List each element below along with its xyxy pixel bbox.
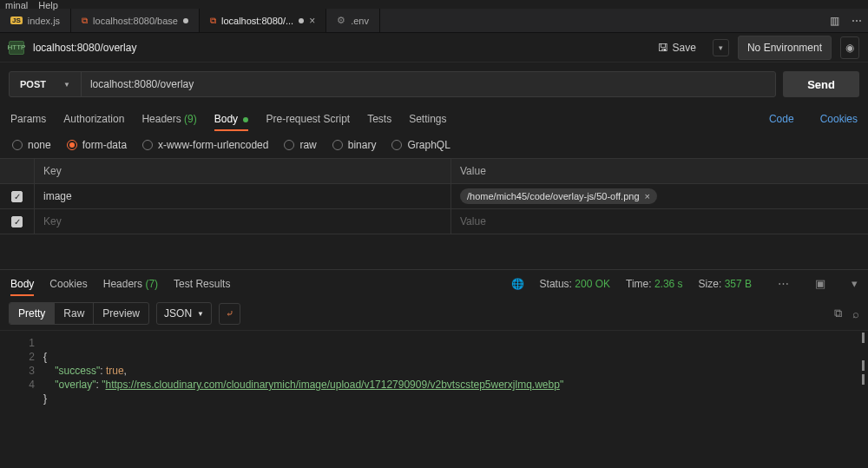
editor-tab-pm-base[interactable]: ⧉ localhost:8080/base	[71, 9, 200, 32]
editor-tab-pm-overlay[interactable]: ⧉ localhost:8080/... ×	[200, 9, 326, 32]
request-title: localhost:8080/overlay	[33, 42, 136, 54]
editor-tab-label: localhost:8080/...	[221, 16, 293, 26]
minimap-marker	[862, 374, 865, 385]
resp-tab-headers[interactable]: Headers (7)	[103, 272, 158, 296]
bodytype-urlencoded[interactable]: x-www-form-urlencoded	[142, 139, 268, 151]
save-label: Save	[673, 42, 696, 54]
size-meta: Size: 357 B	[699, 278, 752, 290]
resp-tab-cookies[interactable]: Cookies	[49, 272, 87, 296]
bodytype-raw[interactable]: raw	[284, 139, 316, 151]
formdata-table: Key Value ✓ image /home/mich45/code/over…	[0, 158, 868, 234]
tab-tests[interactable]: Tests	[367, 108, 391, 130]
row-key-input[interactable]: Key	[35, 209, 451, 234]
chevron-down-icon[interactable]: ▾	[852, 277, 858, 290]
tab-authorization[interactable]: Authorization	[63, 108, 124, 130]
tab-params[interactable]: Params	[10, 108, 46, 130]
save-button[interactable]: 🖫 Save	[650, 36, 704, 59]
resp-tab-body[interactable]: Body	[10, 272, 34, 296]
more-icon[interactable]: ⋯	[778, 277, 789, 290]
editor-tab-label: localhost:8080/base	[93, 16, 178, 26]
close-icon[interactable]: ×	[309, 15, 315, 27]
bodytype-formdata[interactable]: form-data	[67, 139, 127, 151]
environment-select[interactable]: No Environment	[738, 36, 832, 60]
chevron-down-icon: ▼	[63, 81, 70, 89]
remove-file-icon[interactable]: ×	[645, 191, 650, 201]
http-method-label: POST	[20, 79, 46, 89]
table-header-row: Key Value	[0, 159, 868, 184]
js-file-icon: JS	[10, 16, 23, 24]
bodytype-none[interactable]: none	[12, 139, 51, 151]
view-raw[interactable]: Raw	[55, 303, 94, 324]
modified-dot-icon	[299, 18, 304, 23]
minimap-marker	[862, 333, 865, 343]
file-chip[interactable]: /home/mich45/code/overlay-js/50-off.png …	[460, 188, 657, 204]
tab-headers[interactable]: Headers (9)	[141, 108, 196, 130]
modified-dot-icon	[183, 18, 188, 23]
wrap-lines-icon[interactable]: ⤶	[219, 303, 240, 325]
tab-body[interactable]: Body	[214, 108, 249, 130]
cookies-link[interactable]: Cookies	[820, 113, 858, 125]
bodytype-graphql[interactable]: GraphQL	[391, 139, 450, 151]
editor-tab-indexjs[interactable]: JS index.js	[0, 9, 71, 32]
chevron-down-icon: ▼	[197, 310, 204, 318]
save-icon: 🖫	[658, 42, 668, 54]
editor-tab-label: index.js	[28, 16, 60, 26]
row-enabled-checkbox[interactable]: ✓	[11, 216, 23, 227]
resp-headers-count: (7)	[145, 278, 158, 290]
tab-settings[interactable]: Settings	[409, 108, 446, 130]
request-url-row: POST ▼ Send	[0, 63, 868, 106]
http-method-select[interactable]: POST ▼	[10, 72, 82, 96]
request-header: HTTP localhost:8080/overlay 🖫 Save ▾ No …	[0, 33, 868, 63]
editor-tab-label: .env	[351, 16, 369, 26]
copy-icon[interactable]: ⧉	[834, 307, 842, 320]
bodytype-binary[interactable]: binary	[332, 139, 377, 151]
save-options-dropdown[interactable]: ▾	[713, 39, 729, 56]
row-value-input[interactable]: Value	[451, 215, 868, 227]
postman-tab-icon: ⧉	[210, 16, 216, 26]
gear-icon: ⚙	[337, 15, 345, 26]
resp-tab-tests[interactable]: Test Results	[174, 272, 230, 296]
headers-count: (9)	[184, 113, 197, 125]
response-code-area[interactable]: 1 2 3 4 { "success": true, "overlay": "h…	[0, 331, 868, 411]
table-row: ✓ image /home/mich45/code/overlay-js/50-…	[0, 184, 868, 209]
postman-tab-icon: ⧉	[82, 16, 88, 26]
response-bar: Body Cookies Headers (7) Test Results 🌐 …	[0, 269, 868, 297]
app-menubar: minal Help	[0, 0, 868, 9]
search-icon[interactable]: ⌕	[852, 307, 859, 320]
file-chip-label: /home/mich45/code/overlay-js/50-off.png	[467, 191, 640, 201]
editor-tab-env[interactable]: ⚙ .env	[326, 9, 380, 32]
environment-quicklook-icon[interactable]: ◉	[840, 36, 859, 59]
more-icon[interactable]: ⋯	[845, 9, 868, 32]
tab-body-label: Body	[214, 113, 238, 125]
column-header-key: Key	[35, 159, 451, 183]
split-editor-icon[interactable]: ▥	[823, 9, 845, 32]
status-meta: Status: 200 OK	[540, 278, 610, 290]
response-view-row: Pretty Raw Preview JSON ▼ ⤶ ⧉ ⌕	[0, 297, 868, 331]
view-preview[interactable]: Preview	[94, 303, 148, 324]
body-active-dot-icon	[243, 117, 248, 122]
table-row-empty: ✓ Key Value	[0, 209, 868, 234]
response-code: { "success": true, "overlay": "https://r…	[43, 336, 868, 405]
tab-prerequest[interactable]: Pre-request Script	[266, 108, 350, 130]
editor-tab-bar: JS index.js ⧉ localhost:8080/base ⧉ loca…	[0, 9, 868, 33]
time-meta: Time: 2.36 s	[626, 278, 683, 290]
body-type-row: none form-data x-www-form-urlencoded raw…	[0, 132, 868, 158]
save-response-icon[interactable]: ▣	[815, 277, 825, 290]
menu-item-terminal[interactable]: minal	[5, 0, 28, 9]
request-url-input[interactable]	[82, 72, 775, 96]
view-mode-segment: Pretty Raw Preview	[9, 302, 149, 325]
column-header-value: Value	[451, 165, 868, 177]
send-button[interactable]: Send	[783, 71, 859, 97]
method-url-group: POST ▼	[9, 71, 776, 97]
code-link[interactable]: Code	[769, 113, 794, 125]
response-lang-select[interactable]: JSON ▼	[156, 302, 212, 325]
request-section-tabs: Params Authorization Headers (9) Body Pr…	[0, 106, 868, 132]
menu-item-help[interactable]: Help	[38, 0, 58, 9]
http-request-icon: HTTP	[9, 41, 24, 55]
row-key-input[interactable]: image	[35, 184, 451, 208]
tab-headers-label: Headers	[141, 113, 181, 125]
view-pretty[interactable]: Pretty	[10, 303, 55, 324]
minimap-marker	[862, 360, 865, 371]
globe-icon[interactable]: 🌐	[511, 278, 524, 290]
row-enabled-checkbox[interactable]: ✓	[11, 191, 23, 202]
